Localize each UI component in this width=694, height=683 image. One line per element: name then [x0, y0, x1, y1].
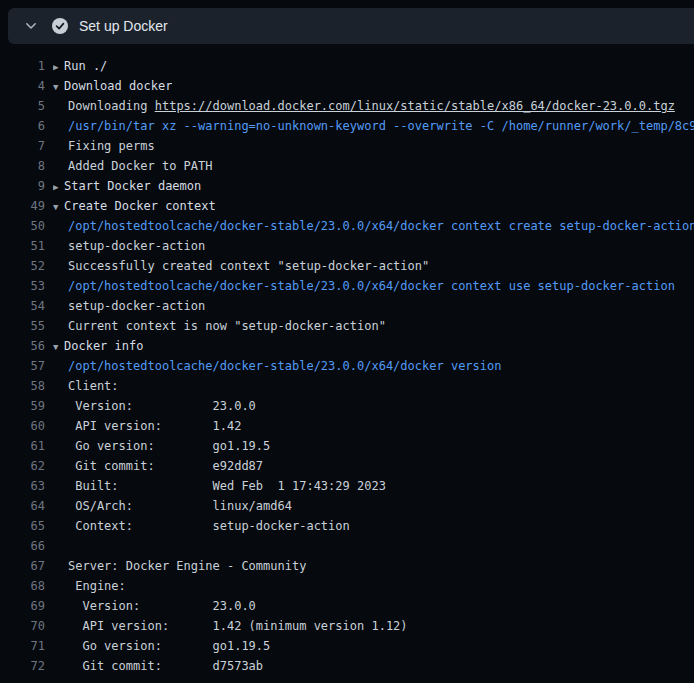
log-line: 60 API version: 1.42	[0, 416, 694, 436]
log-text: Version: 23.0.0	[53, 596, 256, 616]
log-text: setup-docker-action	[68, 299, 205, 313]
triangle-expanded-icon[interactable]: ▼	[53, 337, 64, 356]
log-line: 9▶Start Docker daemon	[0, 176, 694, 196]
log-text: API version: 1.42 (minimum version 1.12)	[53, 616, 408, 636]
log-line: 67Server: Docker Engine - Community	[0, 556, 694, 576]
line-number[interactable]: 63	[0, 476, 45, 496]
log-text: Successfully created context "setup-dock…	[68, 259, 429, 273]
log-text: Go version: go1.19.5	[68, 439, 270, 453]
log-text: Downloading	[68, 99, 155, 113]
log-text: Version: 23.0.0	[68, 399, 256, 413]
line-number[interactable]: 5	[0, 96, 45, 116]
log-line: 63 Built: Wed Feb 1 17:43:29 2023	[0, 476, 694, 496]
line-number[interactable]: 57	[0, 356, 45, 376]
log-line: 62 Git commit: e92dd87	[0, 456, 694, 476]
log-line: 55Current context is now "setup-docker-a…	[0, 316, 694, 336]
log-text: setup-docker-action	[68, 239, 205, 253]
step-header-set-up-docker[interactable]: Set up Docker	[8, 8, 694, 44]
line-number[interactable]: 69	[0, 596, 45, 616]
line-number[interactable]: 58	[0, 376, 45, 396]
group-toggle[interactable]: ▼Download docker	[53, 76, 172, 96]
log-line: 53/opt/hostedtoolcache/docker-stable/23.…	[0, 276, 694, 296]
group-title: Docker info	[64, 339, 143, 353]
log-text: Current context is now "setup-docker-act…	[68, 319, 386, 333]
line-number[interactable]: 55	[0, 316, 45, 336]
line-number[interactable]: 6	[0, 116, 45, 136]
line-number[interactable]: 7	[0, 136, 45, 156]
group-title: Download docker	[64, 79, 172, 93]
log-line: 68 Engine:	[0, 576, 694, 596]
line-number[interactable]: 53	[0, 276, 45, 296]
log-output: 1▶Run ./4▼Download docker5Downloading ht…	[0, 44, 694, 676]
command-text: /opt/hostedtoolcache/docker-stable/23.0.…	[53, 216, 694, 236]
line-number[interactable]: 51	[0, 236, 45, 256]
log-line: 8Added Docker to PATH	[0, 156, 694, 176]
log-line: 71 Go version: go1.19.5	[0, 636, 694, 656]
log-line: 1▶Run ./	[0, 56, 694, 76]
triangle-expanded-icon[interactable]: ▼	[53, 197, 64, 216]
log-text: Successfully created context "setup-dock…	[53, 256, 429, 276]
log-text: Client:	[53, 376, 119, 396]
triangle-collapsed-icon[interactable]: ▶	[53, 177, 64, 196]
log-text: setup-docker-action	[53, 236, 205, 256]
line-number[interactable]: 49	[0, 196, 45, 216]
group-title: Start Docker daemon	[64, 179, 201, 193]
line-number[interactable]: 52	[0, 256, 45, 276]
group-toggle[interactable]: ▶Start Docker daemon	[53, 176, 201, 196]
download-url-link[interactable]: https://download.docker.com/linux/static…	[155, 99, 675, 113]
check-circle-icon	[52, 18, 68, 34]
line-number[interactable]: 68	[0, 576, 45, 596]
line-number[interactable]: 4	[0, 76, 45, 96]
line-number[interactable]: 66	[0, 536, 45, 556]
line-number[interactable]: 71	[0, 636, 45, 656]
log-text: Added Docker to PATH	[53, 156, 213, 176]
line-number[interactable]: 54	[0, 296, 45, 316]
log-text: API version: 1.42 (minimum version 1.12)	[68, 619, 408, 633]
triangle-expanded-icon[interactable]: ▼	[53, 77, 64, 96]
command-text: /usr/bin/tar xz --warning=no-unknown-key…	[68, 119, 694, 133]
log-text: Git commit: e92dd87	[68, 459, 263, 473]
log-text	[53, 536, 68, 556]
log-text: Go version: go1.19.5	[53, 436, 270, 456]
log-line: 59 Version: 23.0.0	[0, 396, 694, 416]
log-line: 57/opt/hostedtoolcache/docker-stable/23.…	[0, 356, 694, 376]
group-title: Run ./	[64, 59, 107, 73]
log-text: Added Docker to PATH	[68, 159, 213, 173]
log-text: Version: 23.0.0	[53, 396, 256, 416]
group-toggle[interactable]: ▼Docker info	[53, 336, 143, 356]
log-line: 49▼Create Docker context	[0, 196, 694, 216]
line-number[interactable]: 64	[0, 496, 45, 516]
log-text: Git commit: e92dd87	[53, 456, 263, 476]
line-number[interactable]: 8	[0, 156, 45, 176]
group-toggle[interactable]: ▼Create Docker context	[53, 196, 216, 216]
line-number[interactable]: 67	[0, 556, 45, 576]
line-number[interactable]: 56	[0, 336, 45, 356]
line-number[interactable]: 65	[0, 516, 45, 536]
log-line: 54setup-docker-action	[0, 296, 694, 316]
line-number[interactable]: 1	[0, 56, 45, 76]
log-text: API version: 1.42	[53, 416, 241, 436]
group-toggle[interactable]: ▶Run ./	[53, 56, 107, 76]
log-line: 69 Version: 23.0.0	[0, 596, 694, 616]
log-text: Downloading https://download.docker.com/…	[53, 96, 675, 116]
line-number[interactable]: 50	[0, 216, 45, 236]
line-number[interactable]: 60	[0, 416, 45, 436]
log-text: Built: Wed Feb 1 17:43:29 2023	[68, 479, 386, 493]
command-text: /opt/hostedtoolcache/docker-stable/23.0.…	[53, 276, 675, 296]
line-number[interactable]: 9	[0, 176, 45, 196]
log-line: 50/opt/hostedtoolcache/docker-stable/23.…	[0, 216, 694, 236]
log-text: Go version: go1.19.5	[53, 636, 270, 656]
triangle-collapsed-icon[interactable]: ▶	[53, 57, 64, 76]
line-number[interactable]: 61	[0, 436, 45, 456]
line-number[interactable]: 72	[0, 656, 45, 676]
log-line: 66	[0, 536, 694, 556]
line-number[interactable]: 62	[0, 456, 45, 476]
line-number[interactable]: 70	[0, 616, 45, 636]
log-line: 70 API version: 1.42 (minimum version 1.…	[0, 616, 694, 636]
log-text: Git commit: d7573ab	[53, 656, 263, 676]
log-text: Version: 23.0.0	[68, 599, 256, 613]
line-number[interactable]: 59	[0, 396, 45, 416]
chevron-down-icon[interactable]	[23, 18, 39, 34]
log-text: setup-docker-action	[53, 296, 205, 316]
log-line: 72 Git commit: d7573ab	[0, 656, 694, 676]
